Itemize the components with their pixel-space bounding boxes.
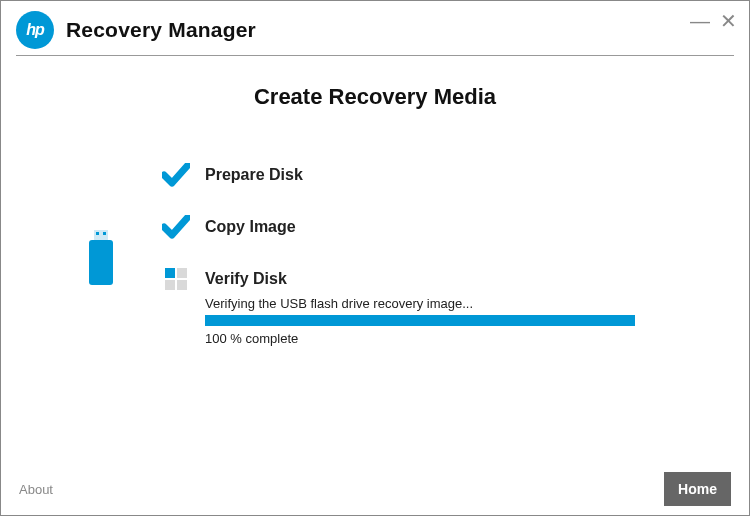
minimize-icon[interactable]: —: [690, 11, 710, 31]
svg-rect-1: [96, 232, 99, 235]
close-icon[interactable]: ✕: [720, 11, 737, 31]
media-icon-column: [41, 160, 161, 285]
step-label: Prepare Disk: [205, 166, 303, 184]
usb-drive-icon: [86, 230, 116, 285]
about-link[interactable]: About: [19, 482, 53, 497]
checkmark-icon: [161, 212, 191, 242]
progress-fill: [205, 315, 635, 326]
step-copy-image: Copy Image: [161, 212, 669, 242]
checkmark-icon: [161, 160, 191, 190]
step-verify-disk: Verify Disk: [161, 264, 669, 294]
progress-bar: [205, 315, 635, 326]
svg-rect-2: [103, 232, 106, 235]
home-button[interactable]: Home: [664, 472, 731, 506]
title-bar: hp Recovery Manager — ✕: [1, 1, 749, 55]
verify-progress-area: Verifying the USB flash drive recovery i…: [205, 296, 669, 346]
hp-logo-text: hp: [26, 21, 44, 39]
step-label: Verify Disk: [205, 270, 287, 288]
step-label: Copy Image: [205, 218, 296, 236]
step-prepare-disk: Prepare Disk: [161, 160, 669, 190]
body-row: Prepare Disk Copy Image Verify Disk Veri…: [41, 160, 709, 346]
squares-progress-icon: [161, 264, 191, 294]
hp-logo: hp: [16, 11, 54, 49]
page-title: Create Recovery Media: [41, 84, 709, 110]
verify-status-text: Verifying the USB flash drive recovery i…: [205, 296, 669, 311]
content-area: Create Recovery Media Prepare Disk: [1, 56, 749, 346]
svg-rect-3: [89, 240, 113, 285]
footer: About Home: [1, 463, 749, 515]
app-title: Recovery Manager: [66, 18, 256, 42]
progress-percent-text: 100 % complete: [205, 331, 669, 346]
steps-column: Prepare Disk Copy Image Verify Disk Veri…: [161, 160, 709, 346]
window-controls: — ✕: [690, 11, 737, 31]
